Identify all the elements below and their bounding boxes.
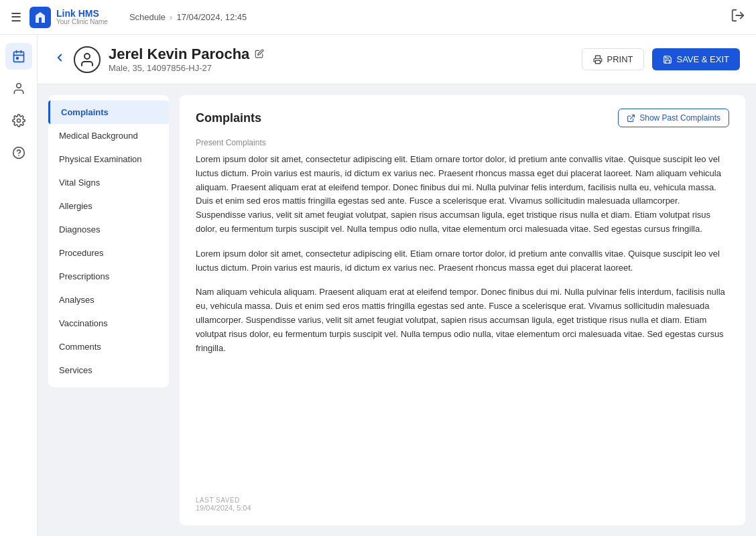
- svg-point-8: [17, 119, 20, 123]
- left-nav: Complaints Medical Background Physical E…: [48, 95, 169, 387]
- patient-meta: Male, 35, 14097856-HJ-27: [109, 63, 264, 73]
- svg-rect-2: [13, 52, 23, 62]
- svg-line-13: [631, 115, 635, 119]
- nav-item-complaints[interactable]: Complaints: [48, 100, 169, 124]
- nav-item-medical-background[interactable]: Medical Background: [48, 124, 169, 147]
- nav-item-physical-examination[interactable]: Physical Examination: [48, 147, 169, 171]
- back-button[interactable]: [54, 52, 66, 67]
- logo: Link HMS Your Clinic Name: [29, 7, 108, 28]
- nav-item-services[interactable]: Services: [48, 358, 169, 382]
- sidebar-item-user[interactable]: [5, 75, 32, 102]
- patient-header-left: Jerel Kevin Parocha Male, 35, 14097856-H…: [54, 46, 264, 73]
- svg-rect-6: [16, 58, 18, 60]
- logo-sub: Your Clinic Name: [56, 18, 108, 26]
- sidebar-item-settings[interactable]: [5, 107, 32, 134]
- svg-rect-12: [596, 60, 601, 64]
- last-saved: LAST SAVED 19/04/2024, 5:04: [196, 488, 729, 512]
- sidebar-item-help[interactable]: [5, 139, 32, 166]
- exit-icon[interactable]: [731, 8, 745, 26]
- logo-text: Link HMS Your Clinic Name: [56, 9, 108, 26]
- logo-icon: [29, 7, 51, 28]
- content-area: Jerel Kevin Parocha Male, 35, 14097856-H…: [38, 35, 756, 536]
- patient-avatar: [74, 46, 101, 73]
- print-button[interactable]: PRINT: [582, 48, 644, 70]
- complaint-text-2: Lorem ipsum dolor sit amet, consectetur …: [196, 247, 729, 275]
- show-past-complaints-button[interactable]: Show Past Complaints: [618, 109, 729, 127]
- nav-right: [731, 8, 745, 26]
- main-panel: Complaints Show Past Complaints Present …: [180, 95, 745, 525]
- nav-left: ☰ Link HMS Your Clinic Name Schedule › 1…: [11, 7, 247, 28]
- svg-point-7: [16, 84, 21, 88]
- edit-patient-icon[interactable]: [255, 49, 264, 60]
- section-label: Present Complaints: [196, 138, 729, 147]
- nav-item-allergies[interactable]: Allergies: [48, 194, 169, 218]
- page-body: Complaints Medical Background Physical E…: [38, 84, 756, 536]
- save-exit-button[interactable]: SAVE & EXIT: [652, 48, 740, 70]
- panel-title: Complaints: [196, 111, 261, 125]
- nav-item-vaccinations[interactable]: Vaccinations: [48, 312, 169, 335]
- logo-name: Link HMS: [56, 9, 108, 18]
- nav-item-diagnoses[interactable]: Diagnoses: [48, 218, 169, 241]
- nav-item-comments[interactable]: Comments: [48, 335, 169, 358]
- patient-info: Jerel Kevin Parocha Male, 35, 14097856-H…: [109, 46, 264, 73]
- breadcrumb-schedule[interactable]: Schedule: [129, 12, 166, 22]
- nav-item-vital-signs[interactable]: Vital Signs: [48, 171, 169, 194]
- complaint-text-1: Lorem ipsum dolor sit amet, consectetur …: [196, 153, 729, 237]
- breadcrumb-sep: ›: [170, 12, 172, 22]
- last-saved-time: 19/04/2024, 5:04: [196, 504, 729, 512]
- sidebar-item-calendar[interactable]: [5, 43, 32, 70]
- patient-header-actions: PRINT SAVE & EXIT: [582, 48, 740, 70]
- top-nav: ☰ Link HMS Your Clinic Name Schedule › 1…: [0, 0, 756, 35]
- nav-item-prescriptions[interactable]: Prescriptions: [48, 265, 169, 288]
- svg-point-11: [84, 54, 90, 59]
- nav-item-analyses[interactable]: Analyses: [48, 288, 169, 312]
- nav-item-procedures[interactable]: Procedures: [48, 241, 169, 265]
- patient-name: Jerel Kevin Parocha: [109, 46, 264, 63]
- main-layout: Jerel Kevin Parocha Male, 35, 14097856-H…: [0, 35, 756, 536]
- patient-header: Jerel Kevin Parocha Male, 35, 14097856-H…: [38, 35, 756, 84]
- hamburger-icon[interactable]: ☰: [11, 10, 21, 25]
- panel-header: Complaints Show Past Complaints: [196, 109, 729, 127]
- icon-sidebar: [0, 35, 38, 536]
- svg-rect-0: [39, 17, 42, 20]
- breadcrumb-datetime: 17/04/2024, 12:45: [176, 12, 247, 22]
- last-saved-label: LAST SAVED: [196, 496, 729, 504]
- breadcrumb: Schedule › 17/04/2024, 12:45: [129, 12, 247, 22]
- complaint-text-3: Nam aliquam vehicula aliquam. Praesent a…: [196, 285, 729, 355]
